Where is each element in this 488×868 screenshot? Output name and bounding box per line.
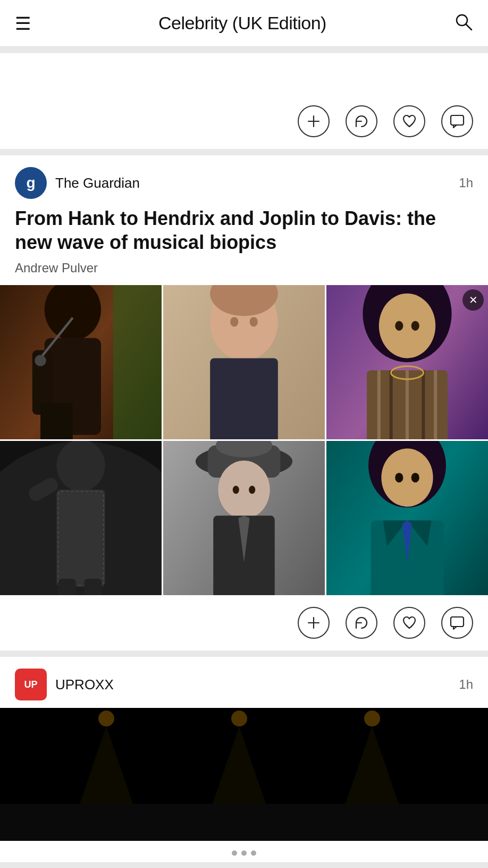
article-image-1[interactable]: [0, 285, 162, 439]
menu-icon[interactable]: ☰: [15, 14, 31, 32]
partial-card-top: [0, 53, 488, 149]
uproxx-source-row: UP UPROXX 1h: [0, 657, 488, 708]
svg-point-12: [35, 355, 46, 366]
svg-point-47: [233, 486, 239, 494]
close-image-3-icon[interactable]: ✕: [462, 289, 484, 311]
uproxx-source-name: UPROXX: [55, 677, 114, 693]
source-name: The Guardian: [55, 175, 140, 191]
svg-point-56: [395, 473, 403, 482]
svg-rect-10: [40, 403, 73, 439]
news-feed: g The Guardian 1h From Hank to Hendrix a…: [0, 47, 488, 868]
article-title[interactable]: From Hank to Hendrix and Joplin to Davis…: [0, 206, 488, 261]
svg-point-30: [395, 321, 403, 330]
dot-1: [232, 850, 237, 856]
heart-button-guardian[interactable]: [393, 607, 425, 639]
svg-rect-6: [113, 285, 162, 439]
refresh-button-top[interactable]: [346, 105, 377, 137]
refresh-button-guardian[interactable]: [346, 607, 377, 639]
article-image-grid[interactable]: ✕: [0, 285, 488, 595]
svg-rect-38: [58, 579, 75, 595]
dot-3: [251, 850, 256, 856]
uproxx-source-info: UP UPROXX: [15, 669, 114, 700]
action-bar-top: [0, 94, 488, 149]
comment-button-guardian[interactable]: [441, 607, 473, 639]
svg-rect-39: [84, 579, 102, 595]
svg-point-65: [231, 711, 247, 727]
svg-line-1: [466, 24, 472, 30]
article-author: Andrew Pulver: [0, 261, 488, 285]
article-image-3[interactable]: ✕: [326, 285, 488, 439]
bottom-dots: [0, 841, 488, 862]
time-label: 1h: [459, 176, 473, 190]
add-button-top[interactable]: [298, 105, 330, 137]
heart-button-top[interactable]: [393, 105, 425, 137]
article-image-2[interactable]: [163, 285, 325, 439]
uproxx-avatar: UP: [15, 669, 47, 700]
svg-point-57: [411, 473, 419, 482]
svg-rect-60: [451, 617, 464, 627]
svg-point-19: [250, 317, 258, 327]
svg-point-22: [379, 294, 435, 358]
svg-point-34: [56, 441, 105, 491]
uproxx-article-image[interactable]: [0, 708, 488, 841]
guardian-avatar: g: [15, 167, 47, 199]
action-bar-guardian: [0, 595, 488, 650]
app-header: ☰ Celebrity (UK Edition): [0, 0, 488, 47]
add-button-guardian[interactable]: [298, 607, 330, 639]
svg-point-66: [364, 711, 380, 727]
svg-rect-16: [210, 358, 278, 439]
dot-2: [241, 850, 247, 856]
search-icon[interactable]: [454, 12, 473, 34]
source-info: g The Guardian: [15, 167, 140, 199]
uproxx-time-label: 1h: [459, 677, 473, 692]
source-row: g The Guardian 1h: [0, 155, 488, 206]
article-image-6[interactable]: [326, 441, 488, 595]
article-image-5[interactable]: [163, 441, 325, 595]
svg-rect-35: [56, 490, 105, 587]
svg-point-18: [230, 317, 238, 327]
svg-rect-4: [451, 115, 464, 125]
svg-rect-63: [0, 804, 488, 841]
article-image-4[interactable]: [0, 441, 162, 595]
svg-point-44: [218, 461, 270, 519]
svg-point-51: [381, 448, 433, 506]
comment-button-top[interactable]: [441, 105, 473, 137]
guardian-article-card: g The Guardian 1h From Hank to Hendrix a…: [0, 155, 488, 650]
svg-point-48: [249, 486, 255, 494]
page-title: Celebrity (UK Edition): [158, 13, 326, 34]
svg-point-31: [411, 321, 419, 330]
uproxx-article-card: UP UPROXX 1h: [0, 657, 488, 862]
svg-point-64: [98, 711, 114, 727]
